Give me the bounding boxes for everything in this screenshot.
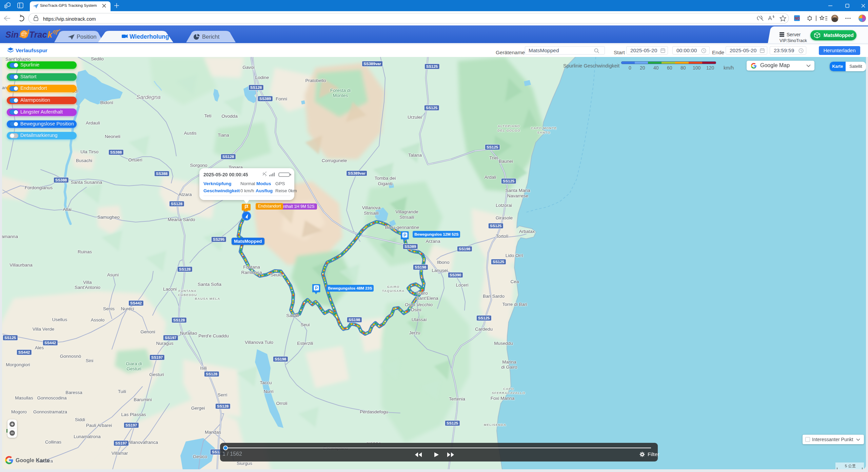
svg-text:Wiederholung: Wiederholung — [130, 33, 169, 40]
svg-text:P: P — [403, 233, 406, 238]
svg-text:VIP.SinoTrack: VIP.SinoTrack — [780, 38, 807, 43]
svg-text:Bericht: Bericht — [202, 34, 220, 40]
svg-text:P: P — [315, 286, 318, 291]
svg-text:Position: Position — [77, 34, 97, 40]
svg-text:https://vip.sinotrack.com: https://vip.sinotrack.com — [43, 16, 96, 22]
svg-text:NO: NO — [795, 17, 800, 20]
svg-text:Server: Server — [787, 32, 801, 37]
